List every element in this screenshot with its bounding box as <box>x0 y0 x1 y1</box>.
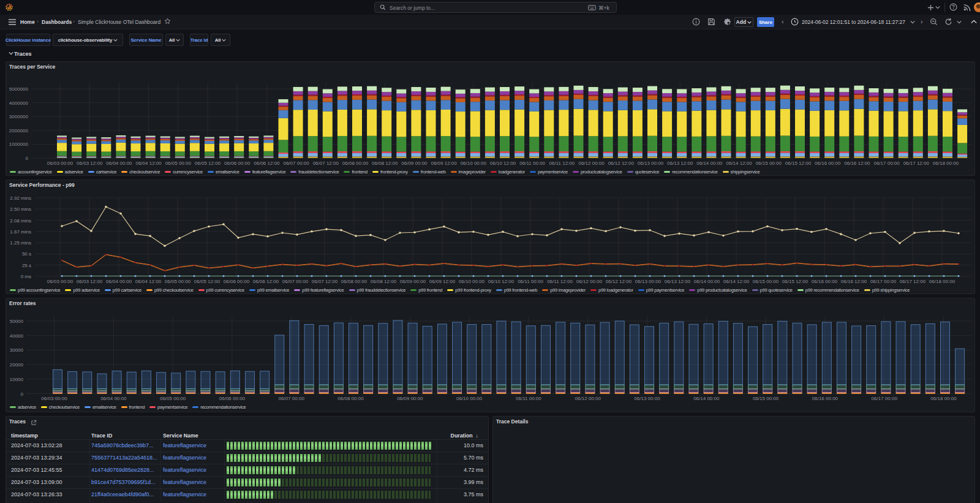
svg-text:5000000: 5000000 <box>9 86 29 92</box>
svg-text:06/14 00:00: 06/14 00:00 <box>696 161 723 166</box>
svg-text:06/13 00:00: 06/13 00:00 <box>638 161 664 166</box>
svg-text:06/06 12:00: 06/06 12:00 <box>254 161 280 166</box>
svg-text:1.67 mins: 1.67 mins <box>10 229 31 235</box>
svg-text:3000000: 3000000 <box>9 114 29 119</box>
svg-text:06/10 00:00: 06/10 00:00 <box>456 396 483 401</box>
svg-text:06/07 00:00: 06/07 00:00 <box>282 279 309 284</box>
svg-text:06/11 12:00: 06/11 12:00 <box>547 279 573 284</box>
svg-text:06/03 12:00: 06/03 12:00 <box>77 279 103 284</box>
svg-text:06/14 00:00: 06/14 00:00 <box>693 396 720 401</box>
svg-text:06/06 00:00: 06/06 00:00 <box>219 396 246 401</box>
svg-text:1000000: 1000000 <box>9 142 29 147</box>
svg-text:06/18 00:00: 06/18 00:00 <box>930 396 957 401</box>
svg-text:06/05 12:00: 06/05 12:00 <box>194 279 221 284</box>
svg-text:06/08 00:00: 06/08 00:00 <box>341 279 368 284</box>
svg-text:06/15 00:00: 06/15 00:00 <box>753 279 779 284</box>
svg-text:06/07 12:00: 06/07 12:00 <box>312 279 338 284</box>
svg-text:06/05 00:00: 06/05 00:00 <box>165 279 191 284</box>
svg-text:06/09 12:00: 06/09 12:00 <box>431 161 457 166</box>
svg-text:20000: 20000 <box>10 362 24 368</box>
svg-text:06/04 00:00: 06/04 00:00 <box>100 396 127 401</box>
svg-text:06/13 12:00: 06/13 12:00 <box>665 279 691 284</box>
svg-text:06/12 00:00: 06/12 00:00 <box>578 161 605 166</box>
svg-text:10000: 10000 <box>10 377 24 382</box>
svg-text:06/15 12:00: 06/15 12:00 <box>782 279 809 284</box>
svg-text:06/16 12:00: 06/16 12:00 <box>844 161 870 166</box>
svg-text:06/05 00:00: 06/05 00:00 <box>165 161 192 166</box>
svg-text:06/13 00:00: 06/13 00:00 <box>634 396 660 401</box>
svg-text:06/07 00:00: 06/07 00:00 <box>283 161 309 166</box>
svg-text:06/04 00:00: 06/04 00:00 <box>106 279 132 284</box>
svg-text:1.25 mins: 1.25 mins <box>10 240 31 246</box>
svg-text:06/06 00:00: 06/06 00:00 <box>224 161 251 166</box>
svg-text:06/17 00:00: 06/17 00:00 <box>870 279 897 284</box>
svg-text:06/12 00:00: 06/12 00:00 <box>575 396 601 401</box>
svg-text:06/14 12:00: 06/14 12:00 <box>723 279 750 284</box>
svg-text:0 ms: 0 ms <box>21 274 31 279</box>
svg-text:25 s: 25 s <box>22 263 31 268</box>
svg-text:06/09 00:00: 06/09 00:00 <box>397 396 423 401</box>
svg-text:06/03 00:00: 06/03 00:00 <box>47 279 74 284</box>
svg-text:06/07 00:00: 06/07 00:00 <box>279 396 305 401</box>
svg-text:06/11 00:00: 06/11 00:00 <box>518 279 543 284</box>
svg-text:06/08 12:00: 06/08 12:00 <box>372 161 398 166</box>
svg-text:0: 0 <box>26 156 29 161</box>
svg-text:06/12 12:00: 06/12 12:00 <box>608 161 635 166</box>
svg-text:0: 0 <box>21 391 24 397</box>
svg-text:2.92 mins: 2.92 mins <box>10 195 31 201</box>
svg-text:06/06 12:00: 06/06 12:00 <box>253 279 279 284</box>
svg-text:06/11 00:00: 06/11 00:00 <box>519 161 545 166</box>
svg-text:06/16 00:00: 06/16 00:00 <box>815 161 841 166</box>
svg-text:06/13 12:00: 06/13 12:00 <box>667 161 693 166</box>
svg-text:06/05 00:00: 06/05 00:00 <box>160 396 186 401</box>
svg-text:2.08 mins: 2.08 mins <box>10 218 31 224</box>
svg-text:06/10 12:00: 06/10 12:00 <box>490 161 516 166</box>
svg-text:06/04 12:00: 06/04 12:00 <box>135 279 162 284</box>
svg-text:06/03 12:00: 06/03 12:00 <box>77 161 103 166</box>
svg-text:06/11 12:00: 06/11 12:00 <box>549 161 575 166</box>
svg-text:06/12 00:00: 06/12 00:00 <box>576 279 603 284</box>
svg-text:30000: 30000 <box>10 347 24 353</box>
svg-text:06/04 12:00: 06/04 12:00 <box>135 161 162 166</box>
svg-text:06/16 00:00: 06/16 00:00 <box>812 279 838 284</box>
svg-text:2.50 mins: 2.50 mins <box>10 206 31 212</box>
svg-text:06/14 00:00: 06/14 00:00 <box>694 279 720 284</box>
svg-text:50 s: 50 s <box>22 251 31 257</box>
svg-text:06/07 12:00: 06/07 12:00 <box>313 161 339 166</box>
svg-text:06/03 00:00: 06/03 00:00 <box>41 396 67 401</box>
svg-text:06/17 00:00: 06/17 00:00 <box>873 161 900 166</box>
svg-text:06/10 00:00: 06/10 00:00 <box>461 161 487 166</box>
svg-text:06/15 00:00: 06/15 00:00 <box>756 161 782 166</box>
svg-text:06/05 12:00: 06/05 12:00 <box>195 161 221 166</box>
svg-text:06/18 00:00: 06/18 00:00 <box>933 161 959 166</box>
svg-text:06/04 00:00: 06/04 00:00 <box>106 161 132 166</box>
svg-text:40000: 40000 <box>10 333 24 339</box>
svg-text:06/15 12:00: 06/15 12:00 <box>785 161 812 166</box>
svg-text:06/10 12:00: 06/10 12:00 <box>488 279 514 284</box>
svg-text:06/14 12:00: 06/14 12:00 <box>726 161 752 166</box>
svg-text:06/09 00:00: 06/09 00:00 <box>401 161 428 166</box>
svg-text:06/15 00:00: 06/15 00:00 <box>753 396 779 401</box>
svg-text:06/03 00:00: 06/03 00:00 <box>47 161 74 166</box>
svg-text:06/06 00:00: 06/06 00:00 <box>224 279 250 284</box>
svg-text:06/13 00:00: 06/13 00:00 <box>635 279 662 284</box>
svg-text:06/18 00:00: 06/18 00:00 <box>929 279 956 284</box>
svg-text:06/12 12:00: 06/12 12:00 <box>606 279 632 284</box>
svg-text:06/16 12:00: 06/16 12:00 <box>841 279 867 284</box>
svg-text:06/16 00:00: 06/16 00:00 <box>812 396 839 401</box>
svg-text:06/08 12:00: 06/08 12:00 <box>371 279 397 284</box>
svg-text:06/08 00:00: 06/08 00:00 <box>337 396 364 401</box>
svg-text:06/17 00:00: 06/17 00:00 <box>872 396 898 401</box>
svg-text:06/17 12:00: 06/17 12:00 <box>900 279 926 284</box>
svg-text:06/11 00:00: 06/11 00:00 <box>516 396 541 401</box>
svg-text:06/09 12:00: 06/09 12:00 <box>429 279 456 284</box>
svg-text:50000: 50000 <box>10 319 24 324</box>
svg-text:06/08 00:00: 06/08 00:00 <box>342 161 369 166</box>
svg-text:4000000: 4000000 <box>9 100 29 106</box>
svg-text:06/09 00:00: 06/09 00:00 <box>400 279 426 284</box>
svg-text:06/10 00:00: 06/10 00:00 <box>459 279 485 284</box>
svg-text:06/17 12:00: 06/17 12:00 <box>903 161 930 166</box>
svg-text:2000000: 2000000 <box>9 128 29 134</box>
